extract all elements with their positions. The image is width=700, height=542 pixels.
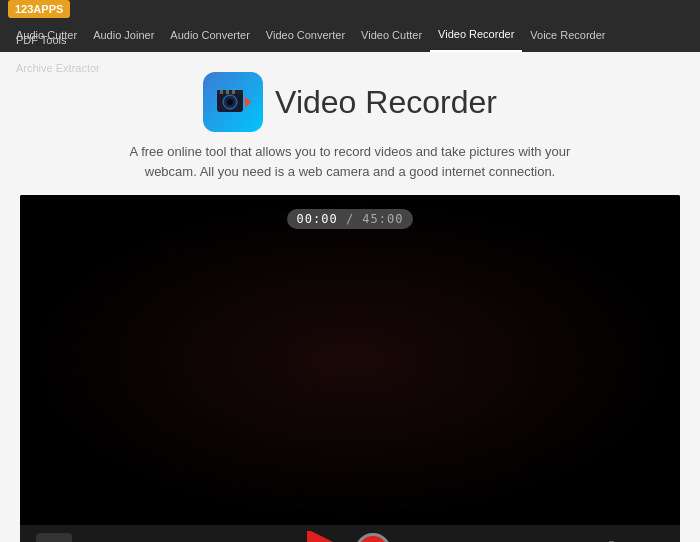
svg-marker-9: [245, 96, 251, 108]
timer-current: 00:00: [297, 212, 338, 226]
app-icon: [203, 72, 263, 132]
record-button[interactable]: [355, 533, 391, 542]
fullscreen-button[interactable]: [636, 537, 664, 542]
timer-display: 00:00 / 45:00: [287, 209, 414, 229]
app-title: Video Recorder: [275, 84, 497, 121]
nav-voice-recorder[interactable]: Voice Recorder: [522, 19, 613, 51]
timer-total: 45:00: [362, 212, 403, 226]
svg-rect-6: [226, 90, 229, 94]
controls-left: [36, 533, 72, 542]
controls-bar: [20, 525, 680, 542]
nav-video-converter[interactable]: Video Converter: [258, 19, 353, 51]
record-arrow-indicator: [279, 531, 349, 543]
svg-rect-7: [232, 90, 235, 94]
snapshot-button[interactable]: [36, 533, 72, 542]
brand-logo[interactable]: 123APPS: [8, 0, 70, 18]
nav-pdf-tools[interactable]: PDF Tools: [8, 34, 75, 46]
settings-button[interactable]: [598, 537, 626, 542]
nav-archive-extractor[interactable]: Archive Extractor: [8, 52, 108, 84]
main-content: Video Recorder A free online tool that a…: [0, 52, 700, 542]
svg-rect-5: [220, 90, 223, 94]
svg-point-3: [227, 99, 233, 105]
video-screen: 00:00 / 45:00: [20, 195, 680, 525]
navbar: 123APPS Audio Cutter Audio Joiner Audio …: [0, 0, 700, 32]
nav-audio-converter[interactable]: Audio Converter: [162, 19, 258, 51]
arrow-icon: [279, 531, 349, 543]
controls-right: [598, 537, 664, 542]
video-container: 00:00 / 45:00: [20, 195, 680, 542]
app-subtitle: A free online tool that allows you to re…: [110, 142, 590, 181]
header-section: Video Recorder: [203, 72, 497, 132]
video-recorder-icon: [213, 82, 253, 122]
record-area: [72, 531, 598, 543]
nav-video-recorder[interactable]: Video Recorder: [430, 18, 522, 52]
nav-audio-joiner[interactable]: Audio Joiner: [85, 19, 162, 51]
timer-separator: /: [346, 212, 362, 226]
nav-video-cutter[interactable]: Video Cutter: [353, 19, 430, 51]
